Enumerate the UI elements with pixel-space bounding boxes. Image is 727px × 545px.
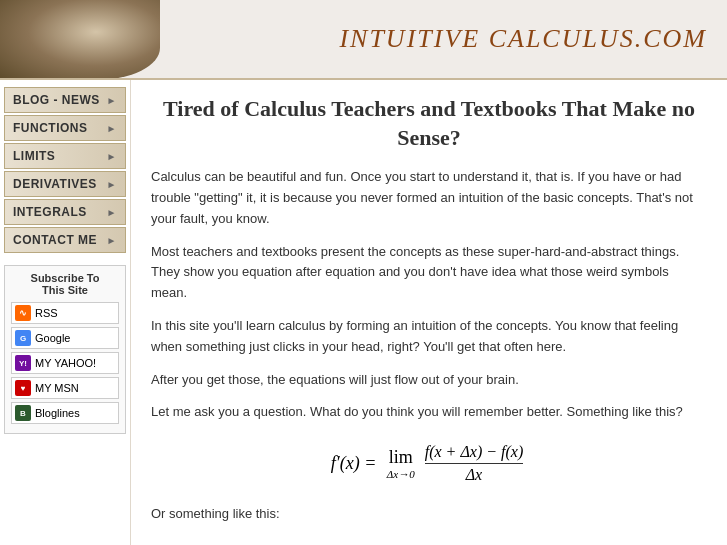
fraction: f(x + Δx) − f(x) Δx <box>425 443 524 484</box>
feed-google[interactable]: G Google <box>11 327 119 349</box>
nav-item-integrals[interactable]: INTEGRALS ► <box>4 199 126 225</box>
lim-subscript: Δx→0 <box>387 468 415 480</box>
main-layout: BLOG - NEWS ► FUNCTIONS ► LIMITS ► DERIV… <box>0 80 727 545</box>
bloglines-icon: B <box>15 405 31 421</box>
msn-icon: ♥ <box>15 380 31 396</box>
header-globe-decoration <box>0 0 160 80</box>
formula-lhs: f′(x) = <box>331 453 381 474</box>
limit-block: lim Δx→0 <box>387 447 415 480</box>
yahoo-icon: Y! <box>15 355 31 371</box>
rss-icon: ∿ <box>15 305 31 321</box>
formula-container: f′(x) = lim Δx→0 f(x + Δx) − f(x) Δx <box>151 443 707 484</box>
subscribe-title: Subscribe To This Site <box>11 272 119 296</box>
paragraph-4: After you get those, the equations will … <box>151 370 707 391</box>
feed-yahoo[interactable]: Y! MY YAHOO! <box>11 352 119 374</box>
nav-item-functions[interactable]: FUNCTIONS ► <box>4 115 126 141</box>
feed-rss[interactable]: ∿ RSS <box>11 302 119 324</box>
nav-arrow: ► <box>107 95 117 106</box>
lim-text: lim <box>389 447 413 468</box>
nav-item-blog[interactable]: BLOG - NEWS ► <box>4 87 126 113</box>
nav-item-contact[interactable]: CONTACT ME ► <box>4 227 126 253</box>
feed-msn[interactable]: ♥ MY MSN <box>11 377 119 399</box>
fraction-numerator: f(x + Δx) − f(x) <box>425 443 524 464</box>
google-icon: G <box>15 330 31 346</box>
nav-arrow: ► <box>107 179 117 190</box>
fraction-denominator: Δx <box>466 464 483 484</box>
paragraph-1: Calculus can be beautiful and fun. Once … <box>151 167 707 229</box>
paragraph-2: Most teachers and textbooks present the … <box>151 242 707 304</box>
calculus-formula: f′(x) = lim Δx→0 f(x + Δx) − f(x) Δx <box>331 443 527 484</box>
subscribe-box: Subscribe To This Site ∿ RSS G Google Y!… <box>4 265 126 434</box>
paragraph-3: In this site you'll learn calculus by fo… <box>151 316 707 358</box>
sidebar: BLOG - NEWS ► FUNCTIONS ► LIMITS ► DERIV… <box>0 80 130 545</box>
nav-arrow: ► <box>107 123 117 134</box>
paragraph-6: Or something like this: <box>151 504 707 525</box>
paragraph-5: Let me ask you a question. What do you t… <box>151 402 707 423</box>
nav-item-limits[interactable]: LIMITS ► <box>4 143 126 169</box>
site-title: INTUITIVE CALCULUS.COM <box>339 24 707 54</box>
nav-item-derivatives[interactable]: DERIVATIVES ► <box>4 171 126 197</box>
nav-arrow: ► <box>107 151 117 162</box>
nav-arrow: ► <box>107 207 117 218</box>
feed-bloglines[interactable]: B Bloglines <box>11 402 119 424</box>
page-heading: Tired of Calculus Teachers and Textbooks… <box>151 95 707 152</box>
nav-arrow: ► <box>107 235 117 246</box>
header: INTUITIVE CALCULUS.COM <box>0 0 727 80</box>
main-content: Tired of Calculus Teachers and Textbooks… <box>130 80 727 545</box>
